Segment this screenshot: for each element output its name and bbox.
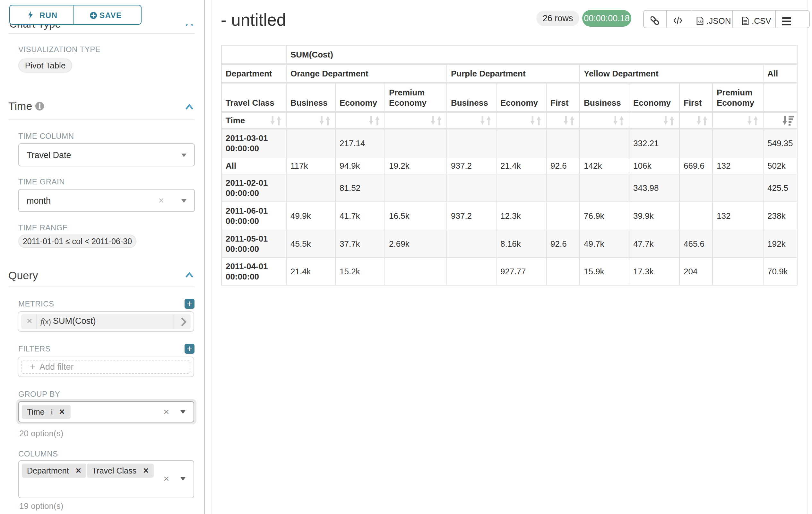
svg-text:</>: </>	[698, 20, 703, 23]
